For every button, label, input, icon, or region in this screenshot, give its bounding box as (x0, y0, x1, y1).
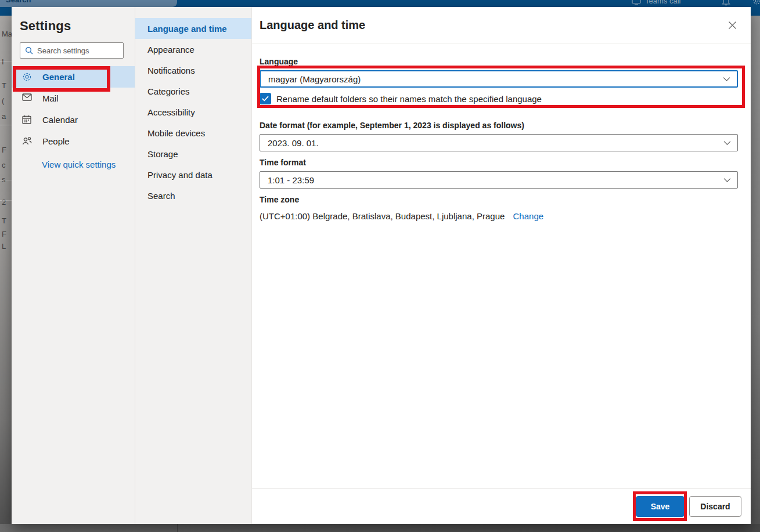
nav-item-language-and-time[interactable]: Language and time (135, 18, 251, 39)
nav-item-accessibility[interactable]: Accessibility (135, 102, 251, 122)
discard-button[interactable]: Discard (689, 496, 741, 517)
dimmed-background-left: Ma I T ( a F c s 2 T F L (0, 16, 12, 532)
nav-item-appearance[interactable]: Appearance (135, 39, 251, 60)
nav-item-notifications[interactable]: Notifications (135, 60, 251, 81)
language-select[interactable]: magyar (Magyarország) (260, 70, 738, 88)
search-icon (25, 46, 33, 55)
background-text-fragment: T (2, 81, 6, 90)
category-nav: Language and time Appearance Notificatio… (135, 7, 251, 524)
sidebar-item-mail[interactable]: Mail (12, 88, 135, 109)
background-text-fragment: F (2, 230, 6, 238)
nav-item-mobile-devices[interactable]: Mobile devices (135, 122, 251, 143)
time-format-select[interactable]: 1:01 - 23:59 (260, 171, 738, 189)
rename-folders-checkbox-row[interactable]: Rename default folders so their names ma… (260, 93, 738, 104)
background-text-fragment: 2 (2, 198, 6, 207)
dimmed-background-bottom (0, 524, 760, 532)
nav-item-search[interactable]: Search (135, 185, 251, 206)
panel-header: Language and time (252, 7, 751, 44)
close-button[interactable] (727, 20, 737, 30)
mail-icon (22, 93, 32, 103)
sidebar-item-label: People (42, 136, 70, 146)
settings-search-box[interactable] (20, 42, 124, 59)
panel-title: Language and time (260, 19, 365, 32)
teams-call-button[interactable]: Teams call (632, 0, 680, 5)
background-text-fragment: Ma (2, 30, 12, 38)
screen-share-icon (632, 0, 641, 5)
nav-item-categories[interactable]: Categories (135, 81, 251, 102)
nav-item-storage[interactable]: Storage (135, 143, 251, 164)
close-icon (728, 21, 737, 30)
sidebar-item-people[interactable]: People (12, 131, 135, 152)
gear-icon (22, 72, 32, 82)
sidebar-item-calendar[interactable]: Calendar (12, 109, 135, 131)
language-and-time-panel: Language and time Language magyar (Magya… (251, 7, 751, 524)
date-format-select[interactable]: 2023. 09. 01. (260, 134, 738, 151)
notifications-bell-button[interactable] (722, 0, 730, 6)
divider (0, 180, 12, 180)
view-quick-settings-link[interactable]: View quick settings (42, 160, 116, 169)
date-format-select-value: 2023. 09. 01. (268, 138, 319, 148)
gear-icon (752, 0, 760, 5)
people-icon (22, 136, 32, 146)
divider (0, 61, 12, 61)
sidebar-item-general[interactable]: General (12, 66, 135, 88)
settings-section-list: General Mail Calendar (12, 66, 135, 152)
time-format-label: Time format (260, 158, 739, 167)
rename-folders-checkbox-label: Rename default folders so their names ma… (276, 94, 542, 104)
dimmed-background-right (751, 16, 760, 532)
teams-call-label: Teams call (645, 0, 680, 5)
background-text-fragment: a (2, 112, 6, 121)
background-text-fragment: F (2, 146, 6, 154)
background-text-fragment: c (2, 161, 6, 169)
divider (0, 200, 12, 201)
background-text-fragment: T (2, 216, 6, 225)
time-zone-value: (UTC+01:00) Belgrade, Bratislava, Budape… (260, 211, 505, 221)
save-button[interactable]: Save (636, 496, 685, 517)
settings-title: Settings (20, 19, 135, 34)
settings-sidebar: Settings General (12, 7, 135, 524)
background-text-fragment: ( (2, 96, 4, 105)
sidebar-item-label: General (42, 72, 75, 82)
settings-dialog: Settings General (12, 7, 751, 524)
settings-search-input[interactable] (37, 46, 118, 55)
time-format-select-value: 1:01 - 23:59 (268, 175, 314, 185)
settings-gear-button[interactable] (752, 0, 760, 5)
divider (177, 524, 178, 532)
time-zone-label: Time zone (260, 195, 739, 204)
sidebar-item-label: Calendar (42, 115, 78, 125)
nav-item-privacy-and-data[interactable]: Privacy and data (135, 164, 251, 185)
chevron-down-icon (723, 77, 730, 82)
background-text-fragment: I (2, 57, 4, 66)
date-format-label: Date format (for example, September 1, 2… (260, 121, 739, 130)
panel-footer: Save Discard (252, 488, 751, 524)
divider (0, 125, 12, 125)
panel-content: Language magyar (Magyarország) Rename de… (252, 57, 751, 221)
checkbox-checked-icon[interactable] (260, 93, 271, 104)
language-label: Language (260, 57, 739, 66)
sidebar-item-label: Mail (42, 93, 59, 103)
time-zone-row: (UTC+01:00) Belgrade, Bratislava, Budape… (260, 211, 739, 221)
bell-icon (722, 0, 730, 6)
calendar-icon (22, 115, 32, 125)
background-text-fragment: L (2, 242, 6, 251)
language-select-value: magyar (Magyarország) (268, 74, 361, 84)
chevron-down-icon (723, 141, 731, 146)
chevron-down-icon (723, 178, 731, 183)
time-zone-change-link[interactable]: Change (513, 211, 544, 221)
